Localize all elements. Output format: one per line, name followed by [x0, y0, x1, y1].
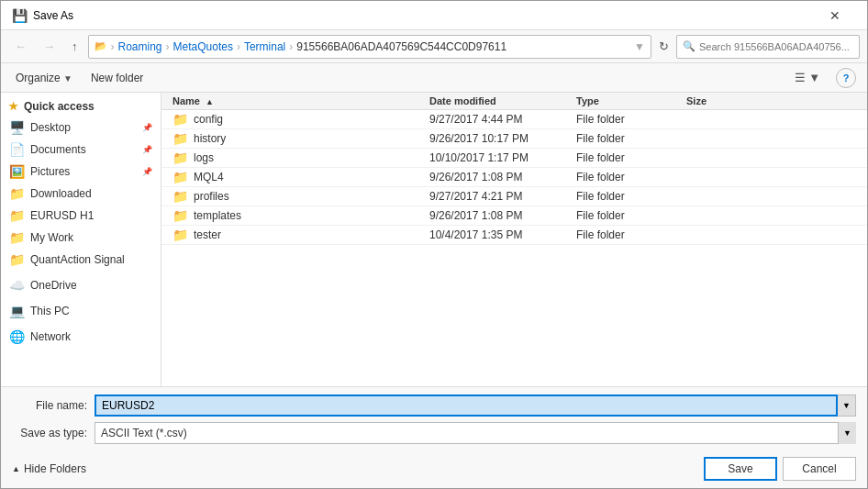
- breadcrumb-current: 915566BA06ADA407569C544CC0D97611: [296, 40, 506, 53]
- file-name: config: [194, 113, 223, 126]
- network-section: 🌐 Network: [1, 326, 161, 348]
- column-size[interactable]: Size: [686, 95, 760, 106]
- up-button[interactable]: ↑: [65, 36, 84, 57]
- table-row[interactable]: 📁 templates 9/26/2017 1:08 PM File folde…: [161, 206, 867, 226]
- file-date: 10/4/2017 1:35 PM: [429, 228, 576, 241]
- search-box: 🔍: [676, 35, 860, 59]
- filetype-label: Save as type:: [12, 427, 95, 439]
- dialog-title: Save As: [33, 9, 73, 22]
- folder-icon: 📁: [172, 170, 188, 184]
- organize-button[interactable]: Organize ▼: [12, 70, 76, 86]
- pin-icon-pictures: 📌: [142, 167, 152, 176]
- breadcrumb-icon: 📂: [95, 40, 107, 52]
- pin-icon-desktop: 📌: [142, 123, 152, 132]
- file-name: tester: [194, 228, 221, 241]
- onedrive-section: ☁️ OneDrive: [1, 274, 161, 296]
- file-date: 9/26/2017 10:17 PM: [429, 132, 576, 145]
- search-icon: 🔍: [683, 40, 696, 52]
- filetype-row: Save as type: ASCII Text (*.csv) ▼: [12, 422, 856, 444]
- sidebar-item-documents[interactable]: 📄 Documents 📌: [1, 139, 161, 161]
- sidebar-item-onedrive[interactable]: ☁️ OneDrive: [1, 274, 161, 296]
- quick-access-section: ★ Quick access 🖥️ Desktop 📌 📄 Documents …: [1, 96, 161, 271]
- file-date: 9/27/2017 4:44 PM: [429, 113, 576, 126]
- desktop-icon: 🖥️: [9, 120, 25, 135]
- documents-icon: 📄: [9, 142, 25, 157]
- file-name: MQL4: [194, 171, 224, 183]
- sidebar-item-network[interactable]: 🌐 Network: [1, 326, 161, 348]
- cancel-button[interactable]: Cancel: [783, 457, 856, 481]
- sidebar-item-desktop[interactable]: 🖥️ Desktop 📌: [1, 117, 161, 139]
- filename-input[interactable]: [95, 395, 838, 417]
- file-name: templates: [194, 209, 241, 222]
- refresh-button[interactable]: ↻: [655, 38, 673, 55]
- pin-icon-documents: 📌: [142, 145, 152, 154]
- file-date: 9/26/2017 1:08 PM: [429, 209, 576, 222]
- quantaction-icon: 📁: [9, 252, 25, 267]
- file-rows: 📁 config 9/27/2017 4:44 PM File folder 📁…: [161, 110, 867, 245]
- dialog-icon: 💾: [12, 8, 28, 23]
- breadcrumb-terminal[interactable]: Terminal: [244, 40, 285, 53]
- file-date: 10/10/2017 1:17 PM: [429, 151, 576, 164]
- bottom-footer: ▲ Hide Folders Save Cancel: [12, 450, 856, 481]
- save-button[interactable]: Save: [704, 457, 777, 481]
- folder-icon: 📁: [172, 112, 188, 127]
- table-row[interactable]: 📁 MQL4 9/26/2017 1:08 PM File folder: [161, 168, 867, 187]
- onedrive-icon: ☁️: [9, 278, 25, 293]
- pictures-icon: 🖼️: [9, 164, 25, 179]
- filename-dropdown-button[interactable]: ▼: [838, 395, 856, 417]
- forward-button[interactable]: →: [37, 36, 61, 57]
- file-date: 9/27/2017 4:21 PM: [429, 190, 576, 203]
- filetype-select[interactable]: ASCII Text (*.csv): [95, 422, 856, 444]
- close-button[interactable]: ✕: [814, 1, 856, 30]
- table-row[interactable]: 📁 config 9/27/2017 4:44 PM File folder: [161, 110, 867, 129]
- breadcrumb: 📂 › Roaming › MetaQuotes › Terminal › 91…: [88, 35, 652, 59]
- table-row[interactable]: 📁 history 9/26/2017 10:17 PM File folder: [161, 129, 867, 149]
- column-name[interactable]: Name ▲: [172, 95, 429, 106]
- table-row[interactable]: 📁 logs 10/10/2017 1:17 PM File folder: [161, 149, 867, 168]
- title-bar: 💾 Save As ✕: [1, 1, 867, 30]
- folder-icon: 📁: [172, 189, 188, 204]
- breadcrumb-metaquotes[interactable]: MetaQuotes: [173, 40, 233, 53]
- help-button[interactable]: ?: [836, 68, 856, 88]
- file-type: File folder: [576, 209, 686, 222]
- sidebar-item-this-pc[interactable]: 💻 This PC: [1, 300, 161, 322]
- filename-label: File name:: [12, 399, 95, 412]
- table-row[interactable]: 📁 profiles 9/27/2017 4:21 PM File folder: [161, 187, 867, 206]
- column-type[interactable]: Type: [576, 95, 686, 106]
- navigation-toolbar: ← → ↑ 📂 › Roaming › MetaQuotes › Termina…: [1, 30, 867, 63]
- sidebar-item-quantaction[interactable]: 📁 QuantAction Signal: [1, 249, 161, 271]
- filename-row: File name: ▼: [12, 395, 856, 417]
- file-type: File folder: [576, 228, 686, 241]
- content-area: Name ▲ Date modified Type Size 📁: [161, 93, 867, 386]
- table-row[interactable]: 📁 tester 10/4/2017 1:35 PM File folder: [161, 226, 867, 245]
- back-button[interactable]: ←: [8, 36, 33, 57]
- filetype-dropdown-wrapper: ASCII Text (*.csv) ▼: [95, 422, 856, 444]
- sidebar-item-mywork[interactable]: 📁 My Work: [1, 227, 161, 249]
- new-folder-button[interactable]: New folder: [87, 70, 147, 86]
- search-input[interactable]: [699, 41, 853, 52]
- sidebar-item-eurusd[interactable]: 📁 EURUSD H1: [1, 205, 161, 227]
- file-list-header: Name ▲ Date modified Type Size: [161, 93, 867, 110]
- file-type: File folder: [576, 190, 686, 203]
- file-type: File folder: [576, 171, 686, 183]
- hide-folders-button[interactable]: ▲ Hide Folders: [12, 462, 86, 475]
- action-bar: Organize ▼ New folder ☰ ▼ ?: [1, 63, 867, 93]
- folder-icon: 📁: [172, 131, 188, 146]
- file-date: 9/26/2017 1:08 PM: [429, 171, 576, 183]
- column-date[interactable]: Date modified: [429, 95, 576, 106]
- filename-input-wrapper: ▼: [95, 395, 856, 417]
- sidebar-item-pictures[interactable]: 🖼️ Pictures 📌: [1, 161, 161, 183]
- bottom-area: File name: ▼ Save as type: ASCII Text (*…: [1, 386, 867, 488]
- eurusd-icon: 📁: [9, 208, 25, 223]
- breadcrumb-roaming[interactable]: Roaming: [118, 40, 162, 53]
- downloaded-icon: 📁: [9, 186, 25, 201]
- folder-icon: 📁: [172, 208, 188, 223]
- quick-access-header[interactable]: ★ Quick access: [1, 96, 161, 117]
- sidebar-item-downloaded[interactable]: 📁 Downloaded: [1, 183, 161, 205]
- network-icon: 🌐: [9, 329, 25, 344]
- this-pc-icon: 💻: [9, 304, 25, 318]
- button-row: Save Cancel: [704, 457, 856, 481]
- view-options-button[interactable]: ☰ ▼: [790, 68, 825, 87]
- mywork-icon: 📁: [9, 230, 25, 245]
- star-icon: ★: [8, 100, 18, 113]
